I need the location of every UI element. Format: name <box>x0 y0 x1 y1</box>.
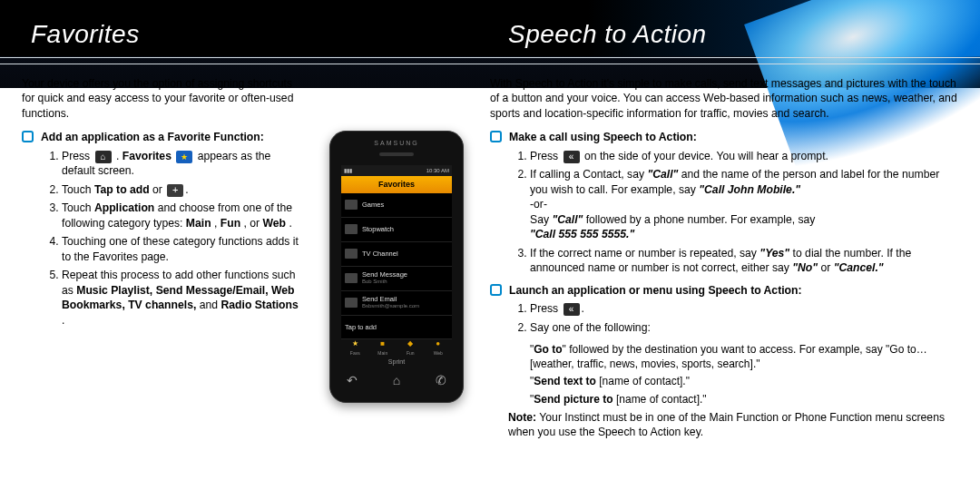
tab-label: Web <box>434 350 443 357</box>
row-label: Stopwatch <box>362 226 394 233</box>
text: -or- <box>530 198 547 211</box>
text-bold: Tap to add <box>94 183 150 196</box>
phone-bottombar: ★Favs ■Main ◆Fun ●Web <box>341 339 452 356</box>
speech-column: With Speech to Action it's simple to mak… <box>490 76 958 481</box>
text-bold: Application <box>94 201 154 214</box>
row-label: TV Channel <box>362 250 398 258</box>
text: . <box>116 150 122 162</box>
make-call-steps: Press on the side of your device. You wi… <box>503 149 958 276</box>
row-icon <box>345 200 358 210</box>
speech-key-icon <box>564 303 580 316</box>
text: or <box>152 183 165 196</box>
text: Press <box>530 150 562 162</box>
text-bold: Radio Stations <box>220 299 298 311</box>
text: [name of contact]." <box>596 375 690 387</box>
section-add-favorite: Add an application as a Favorite Functio… <box>22 130 303 144</box>
star-icon <box>176 151 192 163</box>
text-bold: Main <box>186 217 211 230</box>
phone-row: Stopwatch <box>341 218 452 242</box>
text-italic: "Call John Mobile." <box>699 183 800 196</box>
section-title: Make a call using Speech to Action: <box>509 130 697 144</box>
row-label: Tap to add <box>345 324 377 331</box>
phone-row: TV Channel <box>341 242 452 267</box>
text: on the side of your device. You will hea… <box>584 150 828 162</box>
text-italic: "Call" <box>647 168 678 181</box>
subline-goto: "Go to" followed by the destination you … <box>530 342 958 371</box>
phone-time: 10:30 AM <box>426 167 449 174</box>
row-icon <box>345 298 358 308</box>
phone-mockup: SAMSUNG ▮▮▮ 10:30 AM Favorites Games Sto… <box>329 131 464 403</box>
speech-key-icon <box>564 151 580 163</box>
text-bold: Fun <box>220 217 240 230</box>
text-bold: Web <box>263 217 287 230</box>
section-title: Launch an application or menu using Spee… <box>509 283 802 298</box>
phone-carrier: Sprint <box>388 358 405 366</box>
page-title-left: Favorites <box>31 20 140 49</box>
step: Press . Favorites appears as the default… <box>62 149 303 179</box>
phone-rows: Games Stopwatch TV Channel Send MessageB… <box>341 193 452 340</box>
phone-softkeys: ↶ ⌂ ✆ <box>339 367 454 389</box>
favorites-intro: Your device offers you the option of ass… <box>22 76 303 121</box>
text-italic: "Cancel." <box>834 261 884 274</box>
row-icon <box>345 249 358 259</box>
tab-label: Main <box>377 350 387 357</box>
phone-row: Send MessageBob Smith <box>341 267 452 291</box>
text: Touch <box>62 201 94 214</box>
launch-sublines: "Go to" followed by the destination you … <box>490 342 958 407</box>
step: Say one of the following: <box>530 320 958 335</box>
text: , or <box>244 217 263 230</box>
phone-row: Send EmailBsbsmith@sample.com <box>341 291 452 316</box>
header-strip: Favorites Speech to Action <box>0 0 980 56</box>
bullet-icon <box>22 131 34 142</box>
row-sub: Bsbsmith@sample.com <box>362 302 419 309</box>
text-bold: Send text to <box>534 375 596 387</box>
step: If the correct name or number is repeate… <box>530 246 958 276</box>
call-key-icon: ✆ <box>436 372 446 389</box>
home-key-icon: ⌂ <box>393 372 400 389</box>
section-title: Add an application as a Favorite Functio… <box>41 130 264 144</box>
text: Touch <box>62 183 94 196</box>
tab-favs: ★Favs <box>341 339 369 356</box>
section-make-call: Make a call using Speech to Action: <box>490 130 958 144</box>
phone-statusbar: ▮▮▮ 10:30 AM <box>341 165 452 176</box>
text: Say <box>530 213 552 226</box>
step: Repeat this process to add other functio… <box>62 268 303 328</box>
text-bold: Favorites <box>122 150 172 162</box>
text-italic: "Call" <box>552 213 583 226</box>
text-italic: "No" <box>792 261 818 274</box>
text: " followed by the destination you want t… <box>530 343 927 370</box>
tab-web: ●Web <box>425 339 453 356</box>
phone-screen: ▮▮▮ 10:30 AM Favorites Games Stopwatch T… <box>341 165 452 356</box>
text: If calling a Contact, say <box>530 168 647 181</box>
content-area: Your device offers you the option of ass… <box>0 76 980 490</box>
bullet-icon <box>490 284 502 296</box>
text-bold: Send picture to <box>534 393 612 406</box>
text: and <box>200 299 221 311</box>
tab-label: Favs <box>350 350 360 357</box>
text: [name of contact]." <box>613 393 707 406</box>
plus-icon <box>167 184 183 197</box>
signal-icon: ▮▮▮ <box>344 167 352 174</box>
tab-label: Fun <box>407 350 415 357</box>
phone-brand: SAMSUNG <box>374 139 418 147</box>
step: Touch Application and choose from one of… <box>62 201 303 230</box>
text-bold: Go to <box>534 343 562 356</box>
note-label: Note: <box>508 411 536 424</box>
text-italic: "Call 555 555 5555." <box>530 228 634 240</box>
text: or <box>820 261 833 274</box>
note-text: Your Instinct must be in one of the Main… <box>508 411 945 438</box>
step: Press . <box>530 301 958 316</box>
text-italic: "Yes" <box>760 247 789 260</box>
text: , <box>214 217 220 230</box>
step: Touch Tap to add or . <box>62 182 303 197</box>
subline-sendtext: "Send text to [name of contact]." <box>530 374 958 388</box>
step: If calling a Contact, say "Call" and the… <box>530 167 958 241</box>
tab-fun: ◆Fun <box>397 339 425 356</box>
phone-row-tap-to-add: Tap to add <box>341 316 452 340</box>
tab-main: ■Main <box>369 339 397 356</box>
row-icon <box>345 224 358 234</box>
page-title-right: Speech to Action <box>508 20 707 49</box>
phone-row: Games <box>341 193 452 218</box>
section-launch-app: Launch an application or menu using Spee… <box>490 283 958 298</box>
row-label: Games <box>362 201 384 209</box>
